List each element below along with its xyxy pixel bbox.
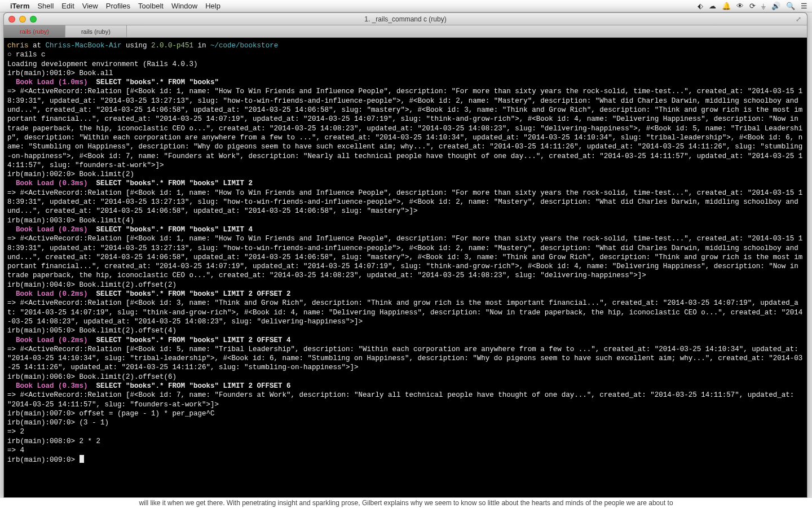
- menubar-app-name[interactable]: iTerm: [10, 2, 29, 10]
- term-line: irb(main):002:0> Book.limit(2): [7, 170, 134, 178]
- sql-timing: Book Load (0.3ms): [7, 382, 88, 390]
- term-line: => 2: [7, 428, 24, 436]
- fullscreen-icon[interactable]: ⤢: [796, 15, 804, 23]
- term-line: irb(main):007:0> offset = (page - 1) * p…: [7, 410, 215, 418]
- term-output: => #<ActiveRecord::Relation [#<Book id: …: [7, 189, 802, 216]
- bell-icon[interactable]: 🔔: [722, 2, 731, 10]
- wifi-icon[interactable]: ⏚: [761, 2, 766, 10]
- prompt-at: at: [29, 42, 46, 50]
- term-output: => #<ActiveRecord::Relation [#<Book id: …: [7, 391, 798, 408]
- term-line: irb(main):004:0> Book.limit(2).offset(2): [7, 281, 176, 289]
- sql-query: SELECT "books".* FROM "books" LIMIT 2 OF…: [88, 336, 291, 344]
- term-output: => #<ActiveRecord::Relation [#<Book id: …: [7, 345, 802, 372]
- menu-profiles[interactable]: Profiles: [106, 2, 130, 10]
- tab-bar: rails (ruby) rails (ruby): [4, 25, 807, 38]
- sql-query: SELECT "books".* FROM "books" LIMIT 4: [88, 226, 253, 234]
- notification-center-icon[interactable]: ☰: [801, 2, 807, 10]
- term-line: irb(main):007:0> (3 - 1): [7, 419, 109, 427]
- sql-timing: Book Load (0.2ms): [7, 290, 88, 298]
- sql-query: SELECT "books".* FROM "books" LIMIT 2 OF…: [88, 382, 291, 390]
- sql-query: SELECT "books".* FROM "books" LIMIT 2: [88, 179, 253, 187]
- minimize-icon[interactable]: [19, 16, 26, 23]
- term-line: irb(main):003:0> Book.limit(4): [7, 217, 134, 225]
- menu-shell[interactable]: Shell: [37, 2, 54, 10]
- eye-icon[interactable]: 👁: [736, 2, 744, 10]
- term-output: => #<ActiveRecord::Relation [#<Book id: …: [7, 299, 802, 326]
- sync-icon[interactable]: ⟳: [749, 2, 756, 10]
- sql-timing: Book Load (0.2ms): [7, 336, 88, 344]
- tab-rails-2[interactable]: rails (ruby): [65, 25, 127, 37]
- terminal-cursor: [80, 455, 84, 463]
- menu-help[interactable]: Help: [205, 2, 220, 10]
- window-title: 1. _rails_command c (ruby): [4, 15, 807, 23]
- term-line: irb(main):006:0> Book.limit(2).offset(6): [7, 373, 176, 381]
- prompt-host: Chriss-MacBook-Air: [46, 42, 122, 50]
- prompt-using: using: [122, 42, 152, 50]
- term-line: ○ rails c: [7, 51, 46, 59]
- window-titlebar[interactable]: 1. _rails_command c (ruby) ⤢: [4, 13, 807, 25]
- prompt-path: ~/code/bookstore: [210, 42, 278, 50]
- dropbox-icon[interactable]: ⬖: [698, 2, 703, 10]
- term-line: irb(main):005:0> Book.limit(2).offset(4): [7, 327, 176, 335]
- mac-menubar: iTerm Shell Edit View Profiles Toolbelt …: [0, 0, 812, 12]
- prompt-ruby: 2.0.0-p451: [151, 42, 193, 50]
- iterm-window: 1. _rails_command c (ruby) ⤢ rails (ruby…: [3, 12, 807, 498]
- spotlight-icon[interactable]: 🔍: [786, 2, 795, 10]
- tab-rails-1[interactable]: rails (ruby): [4, 25, 65, 37]
- terminal-viewport[interactable]: chris at Chriss-MacBook-Air using 2.0.0-…: [4, 38, 807, 497]
- sql-query: SELECT "books".* FROM "books": [88, 78, 219, 86]
- cloud-icon[interactable]: ☁: [709, 2, 716, 10]
- term-line: irb(main):001:0> Book.all: [7, 69, 113, 77]
- menu-toolbelt[interactable]: Toolbelt: [138, 2, 164, 10]
- prompt-in: in: [193, 42, 210, 50]
- term-line: Loading development environment (Rails 4…: [7, 60, 198, 68]
- sql-query: SELECT "books".* FROM "books" LIMIT 2 OF…: [88, 290, 291, 298]
- term-prompt-current: irb(main):009:0>: [7, 456, 80, 464]
- prompt-user: chris: [7, 42, 29, 50]
- sql-timing: Book Load (0.3ms): [7, 179, 88, 187]
- term-line: => 4: [7, 446, 24, 454]
- zoom-icon[interactable]: [30, 16, 37, 23]
- term-line: irb(main):008:0> 2 * 2: [7, 437, 100, 445]
- sql-timing: Book Load (0.2ms): [7, 226, 88, 234]
- volume-icon[interactable]: 🔊: [771, 2, 780, 10]
- menu-edit[interactable]: Edit: [61, 2, 74, 10]
- menu-window[interactable]: Window: [171, 2, 197, 10]
- term-output: => #<ActiveRecord::Relation [#<Book id: …: [7, 235, 802, 279]
- term-output: => #<ActiveRecord::Relation [#<Book id: …: [7, 87, 802, 169]
- background-window-text: will like it when we get there. With pen…: [0, 498, 812, 508]
- sql-timing: Book Load (1.0ms): [7, 78, 88, 86]
- menu-view[interactable]: View: [82, 2, 98, 10]
- close-icon[interactable]: [8, 16, 15, 23]
